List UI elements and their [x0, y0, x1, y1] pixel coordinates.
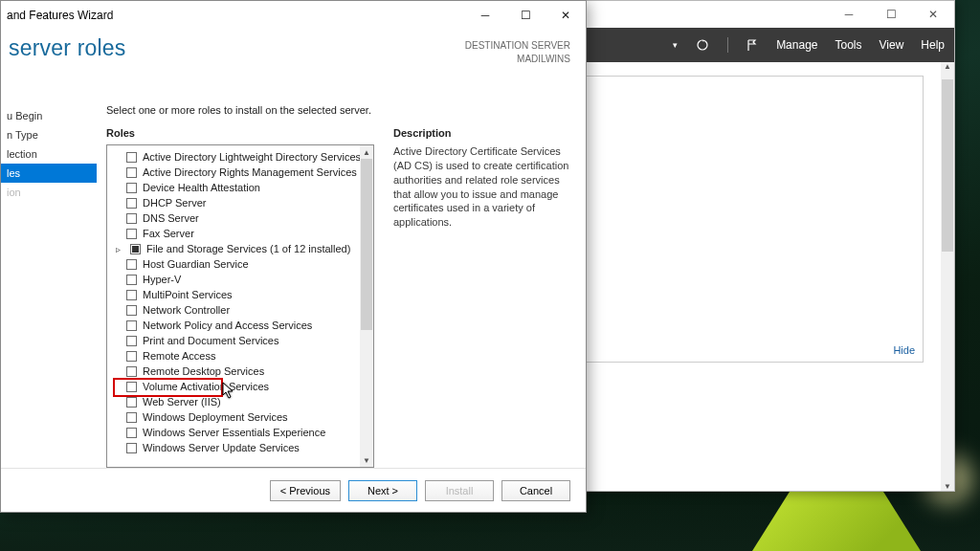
- dialog-close-button[interactable]: ✕: [546, 1, 586, 30]
- checkbox-icon[interactable]: [126, 382, 137, 392]
- role-item[interactable]: Windows Server Essentials Experience: [126, 425, 358, 440]
- checkbox-tristate-icon[interactable]: [130, 244, 141, 254]
- window-scrollbar[interactable]: ▲ ▼: [941, 62, 954, 491]
- wizard-steps-nav: u Begin n Type lection les ion: [1, 89, 97, 468]
- dropdown-icon[interactable]: ▾: [671, 40, 678, 50]
- dialog-header: server roles DESTINATION SERVER MADILWIN…: [1, 30, 586, 89]
- close-button[interactable]: ✕: [912, 1, 954, 28]
- dialog-titlebar[interactable]: and Features Wizard ─ ☐ ✕: [1, 1, 586, 30]
- hide-link[interactable]: Hide: [893, 344, 915, 356]
- nav-step-begin[interactable]: u Begin: [1, 106, 97, 125]
- checkbox-icon[interactable]: [126, 443, 137, 453]
- checkbox-icon[interactable]: [126, 305, 137, 316]
- menu-manage[interactable]: Manage: [776, 38, 817, 52]
- role-item[interactable]: Active Directory Lightweight Directory S…: [126, 149, 358, 165]
- description-label: Description: [393, 127, 570, 139]
- dialog-title: and Features Wizard: [7, 9, 113, 22]
- checkbox-icon[interactable]: [126, 336, 137, 346]
- scroll-down-icon[interactable]: ▼: [944, 482, 951, 491]
- dialog-minimize-button[interactable]: ─: [465, 1, 505, 30]
- page-title: server roles: [1, 35, 126, 61]
- scroll-down-icon[interactable]: ▼: [360, 453, 373, 467]
- menu-view[interactable]: View: [880, 38, 904, 52]
- instruction-text: Select one or more roles to install on t…: [106, 104, 570, 116]
- add-roles-wizard-dialog: and Features Wizard ─ ☐ ✕ server roles D…: [0, 0, 587, 513]
- role-item[interactable]: Active Directory Rights Management Servi…: [126, 165, 358, 180]
- role-item[interactable]: Fax Server: [126, 226, 358, 241]
- roles-listbox[interactable]: Active Directory Lightweight Directory S…: [106, 144, 374, 468]
- dialog-footer: < Previous Next > Install Cancel: [1, 468, 586, 512]
- checkbox-icon[interactable]: [126, 198, 137, 209]
- scroll-up-icon[interactable]: ▲: [360, 145, 373, 159]
- description-column: Description Active Directory Certificate…: [393, 127, 570, 468]
- menu-help[interactable]: Help: [921, 38, 945, 52]
- roles-column: Roles Active Directory Lightweight Direc…: [106, 127, 374, 468]
- checkbox-icon[interactable]: [126, 152, 137, 163]
- checkbox-icon[interactable]: [126, 366, 137, 377]
- role-item[interactable]: Host Guardian Service: [126, 256, 358, 272]
- destination-server-name: MADILWINS: [465, 53, 570, 66]
- checkbox-icon[interactable]: [126, 397, 137, 408]
- svg-point-0: [698, 40, 707, 50]
- checkbox-icon[interactable]: [126, 320, 137, 331]
- dialog-main: Select one or more roles to install on t…: [97, 89, 586, 468]
- dialog-maximize-button[interactable]: ☐: [505, 1, 546, 30]
- install-button: Install: [425, 480, 494, 501]
- checkbox-icon[interactable]: [126, 290, 137, 300]
- refresh-icon[interactable]: [695, 37, 710, 53]
- role-item-web-server-iis[interactable]: Web Server (IIS): [126, 394, 358, 409]
- nav-step-confirmation[interactable]: ion: [1, 183, 97, 202]
- checkbox-icon[interactable]: [126, 275, 137, 285]
- role-item[interactable]: Network Controller: [126, 302, 358, 318]
- maximize-button[interactable]: ☐: [870, 1, 912, 28]
- checkbox-icon[interactable]: [126, 351, 137, 362]
- minimize-button[interactable]: ─: [828, 1, 870, 28]
- role-item[interactable]: Device Health Attestation: [126, 180, 358, 195]
- next-button[interactable]: Next >: [348, 480, 417, 501]
- nav-step-type[interactable]: n Type: [1, 125, 97, 144]
- cancel-button[interactable]: Cancel: [501, 480, 570, 501]
- role-item[interactable]: Remote Access: [126, 348, 358, 364]
- scroll-thumb[interactable]: [942, 79, 953, 252]
- checkbox-icon[interactable]: [126, 259, 137, 270]
- scroll-up-icon[interactable]: ▲: [944, 62, 951, 71]
- checkbox-icon[interactable]: [126, 183, 137, 193]
- role-item[interactable]: DHCP Server: [126, 195, 358, 210]
- description-text: Active Directory Certificate Services (A…: [393, 144, 570, 230]
- role-item[interactable]: Remote Desktop Services: [126, 364, 358, 379]
- nav-step-roles[interactable]: les: [1, 164, 97, 183]
- roles-label: Roles: [106, 127, 374, 139]
- roles-scrollbar[interactable]: ▲ ▼: [360, 145, 373, 467]
- checkbox-icon[interactable]: [126, 213, 137, 224]
- role-item[interactable]: Windows Server Update Services: [126, 440, 358, 455]
- notifications-flag-icon[interactable]: [746, 38, 759, 52]
- role-item[interactable]: Print and Document Services: [126, 333, 358, 348]
- previous-button[interactable]: < Previous: [270, 480, 341, 501]
- role-item-file-storage[interactable]: ▹File and Storage Services (1 of 12 inst…: [113, 241, 358, 256]
- role-item[interactable]: Hyper-V: [126, 272, 358, 287]
- scroll-thumb[interactable]: [361, 159, 372, 330]
- expand-icon[interactable]: ▹: [113, 244, 122, 254]
- role-item[interactable]: Network Policy and Access Services: [126, 318, 358, 333]
- role-item[interactable]: DNS Server: [126, 210, 358, 226]
- checkbox-icon[interactable]: [126, 412, 137, 423]
- checkbox-icon[interactable]: [126, 167, 137, 178]
- checkbox-icon[interactable]: [126, 229, 137, 239]
- destination-label: DESTINATION SERVER: [465, 39, 570, 53]
- role-item[interactable]: MultiPoint Services: [126, 287, 358, 302]
- nav-step-selection[interactable]: lection: [1, 144, 97, 164]
- menu-tools[interactable]: Tools: [835, 38, 862, 52]
- checkbox-icon[interactable]: [126, 428, 137, 438]
- role-item[interactable]: Windows Deployment Services: [126, 409, 358, 425]
- role-item[interactable]: Volume Activation Services: [126, 379, 358, 394]
